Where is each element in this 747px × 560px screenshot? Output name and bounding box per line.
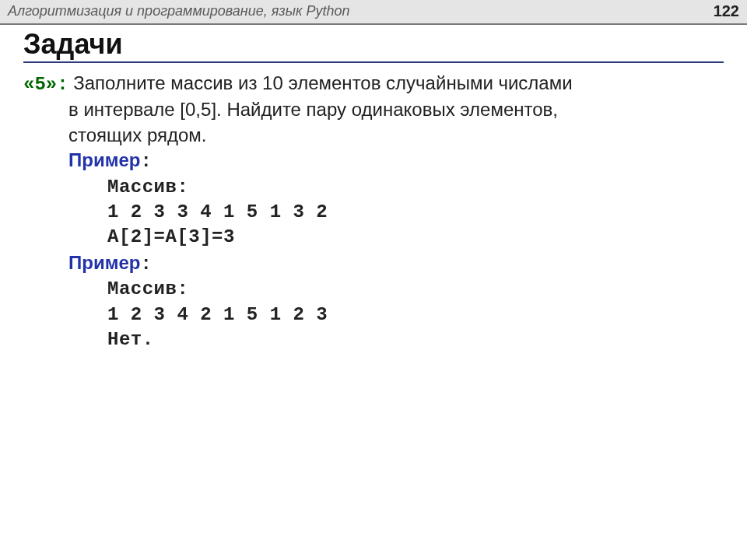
header-bar: Алгоритмизация и программирование, язык …	[0, 0, 747, 25]
example-2-line-3: Нет.	[107, 327, 724, 352]
example-colon: :	[140, 151, 151, 172]
example-word: Пример	[68, 252, 140, 273]
header-title: Алгоритмизация и программирование, язык …	[8, 3, 349, 19]
task-block: «5»: Заполните массив из 10 элементов сл…	[23, 71, 724, 352]
task-line-3: стоящих рядом.	[68, 123, 724, 148]
example-1-label: Пример:	[68, 148, 724, 174]
example-2-line-2: 1 2 3 4 2 1 5 1 2 3	[107, 303, 724, 327]
task-line-2: в интервале [0,5]. Найдите пару одинаков…	[68, 97, 724, 122]
example-colon: :	[140, 254, 151, 275]
example-1-line-3: A[2]=A[3]=3	[107, 225, 724, 250]
example-2-label: Пример:	[68, 250, 724, 277]
slide-title: Задачи	[23, 28, 724, 63]
task-text-1: Заполните массив из 10 элементов случайн…	[68, 72, 573, 93]
task-label: «5»:	[23, 74, 68, 95]
example-1-line-2: 1 2 3 3 4 1 5 1 3 2	[107, 200, 724, 225]
example-word: Пример	[68, 149, 140, 170]
task-line-1: «5»: Заполните массив из 10 элементов сл…	[23, 71, 724, 97]
page-number: 122	[714, 2, 739, 20]
example-2-line-1: Массив:	[107, 277, 724, 302]
task-body: «5»: Заполните массив из 10 элементов сл…	[23, 71, 724, 352]
slide-content: Задачи «5»: Заполните массив из 10 элеме…	[0, 25, 747, 352]
example-1-line-1: Массив:	[107, 175, 724, 200]
